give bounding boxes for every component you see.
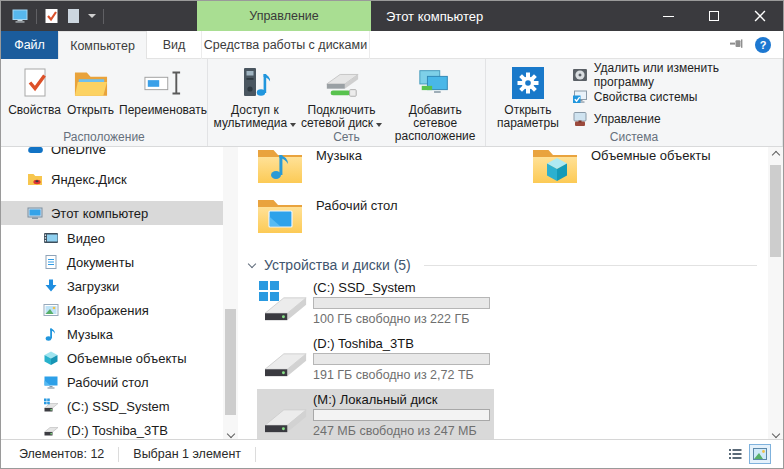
- main-scrollbar[interactable]: [768, 147, 783, 441]
- qat-separator: [36, 9, 37, 24]
- sidebar-item-pictures[interactable]: Изображения: [1, 298, 223, 322]
- maximize-button[interactable]: [691, 1, 737, 31]
- details-view-icon: [729, 448, 742, 460]
- maximize-icon: [709, 11, 719, 21]
- close-button[interactable]: [737, 1, 783, 31]
- sidebar-scrollbar[interactable]: [223, 147, 238, 441]
- rename-button[interactable]: Переименовать: [119, 61, 207, 117]
- properties-button[interactable]: Свойства: [7, 61, 62, 117]
- ribbon-tab-row: Файл Компьютер Вид Средства работы с дис…: [1, 31, 783, 59]
- drive-icon: [43, 422, 59, 438]
- manage-button[interactable]: Управление: [572, 110, 782, 128]
- navigation-list: OneDrive Яндекс.Диск Этот компьютер Виде…: [1, 147, 223, 441]
- drive-free-space: 247 МБ свободно из 247 МБ: [313, 424, 490, 438]
- dropdown-caret-icon: [376, 123, 382, 127]
- map-network-drive-button[interactable]: Подключить сетевой диск: [298, 61, 386, 130]
- sidebar-item-label: OneDrive: [51, 147, 106, 157]
- sidebar-item-desktop[interactable]: Рабочий стол: [1, 370, 223, 394]
- system-properties-button[interactable]: Свойства системы: [572, 88, 782, 106]
- explorer-window: Управление Этот компьютер Файл Компьютер…: [0, 0, 784, 469]
- sidebar-item-documents[interactable]: Документы: [1, 250, 223, 274]
- media-server-icon: [239, 64, 271, 102]
- folder-tile-music[interactable]: Музыка: [256, 147, 362, 185]
- uninstall-program-button[interactable]: Удалить или изменить программу: [572, 66, 782, 84]
- drive-info: (M:) Локальный диск 247 МБ свободно из 2…: [313, 391, 490, 441]
- status-bar: Элементов: 12 Выбран 1 элемент: [1, 439, 783, 468]
- 3d-objects-folder-icon: [531, 147, 579, 185]
- scrollbar-thumb[interactable]: [770, 165, 781, 257]
- items-count: Элементов: 12: [1, 447, 118, 461]
- sidebar-item-label: Яндекс.Диск: [51, 172, 127, 187]
- button-label: Свойства: [8, 104, 61, 117]
- scrollbar-thumb[interactable]: [225, 309, 236, 415]
- folder-tile-3d-objects[interactable]: Объемные объекты: [531, 147, 711, 185]
- system-menu-computer-icon[interactable]: [11, 8, 29, 24]
- large-icons-view-button[interactable]: [749, 444, 771, 464]
- drive-tile-d[interactable]: (D:) Toshiba_3TB 191 ГБ свободно из 2,72…: [257, 333, 494, 386]
- folder-label: Рабочий стол: [316, 195, 398, 235]
- tab-computer[interactable]: Компьютер: [58, 31, 147, 59]
- drive-icon: [259, 396, 307, 440]
- tab-file[interactable]: Файл: [1, 31, 58, 59]
- scroll-up-button[interactable]: [768, 147, 783, 162]
- system-properties-icon: [572, 89, 588, 105]
- windows-logo-icon: [258, 280, 280, 302]
- sidebar-item-onedrive[interactable]: OneDrive: [1, 147, 223, 161]
- desktop-icon: [43, 374, 59, 390]
- yandex-disk-icon: [27, 171, 43, 187]
- open-settings-button[interactable]: Открыть параметры: [492, 61, 564, 130]
- documents-icon: [43, 254, 59, 270]
- qat-properties-button[interactable]: [44, 8, 59, 24]
- drive-info: (C:) SSD_System 100 ГБ свободно из 222 Г…: [313, 279, 490, 330]
- music-note-icon: [43, 326, 59, 342]
- ribbon-group-location: Свойства Открыть Переименовать Расположе…: [1, 59, 208, 146]
- pin-ribbon-button[interactable]: [729, 37, 743, 53]
- button-label: Управление: [594, 112, 661, 126]
- titlebar: Управление Этот компьютер: [1, 1, 783, 31]
- chevron-down-icon: [771, 429, 779, 437]
- sidebar-item-drive-c[interactable]: (C:) SSD_System: [1, 394, 223, 418]
- devices-section-header[interactable]: Устройства и диски (5): [249, 255, 757, 275]
- qat-customize-dropdown[interactable]: [88, 14, 96, 18]
- chevron-down-icon: [226, 429, 234, 437]
- window-controls: [645, 1, 783, 31]
- sidebar-item-label: Видео: [67, 231, 105, 246]
- close-icon: [754, 10, 766, 22]
- sidebar-item-3d-objects[interactable]: Объемные объекты: [1, 346, 223, 370]
- button-label: Удалить или изменить программу: [594, 61, 782, 89]
- button-label: Открыть: [67, 104, 114, 117]
- sidebar-item-drive-d[interactable]: (D:) Toshiba_3TB: [1, 418, 223, 441]
- sidebar-item-downloads[interactable]: Загрузки: [1, 274, 223, 298]
- folder-tile-desktop[interactable]: Рабочий стол: [256, 195, 398, 235]
- group-label-location: Расположение: [1, 130, 207, 144]
- media-access-button[interactable]: Доступ к мультимедиа: [212, 61, 298, 130]
- properties-icon: [20, 64, 50, 102]
- section-collapse-icon[interactable]: [248, 259, 256, 267]
- sidebar-item-yandex-disk[interactable]: Яндекс.Диск: [1, 167, 223, 191]
- contextual-tab-header[interactable]: Управление: [197, 1, 371, 31]
- tab-drive-tools[interactable]: Средства работы с дисками: [201, 31, 370, 59]
- minimize-button[interactable]: [645, 1, 691, 31]
- drive-tile-c[interactable]: (C:) SSD_System 100 ГБ свободно из 222 Г…: [257, 277, 494, 330]
- sidebar-item-label: Рабочий стол: [67, 375, 149, 390]
- pictures-icon: [43, 302, 59, 318]
- sidebar-item-videos[interactable]: Видео: [1, 226, 223, 250]
- sidebar-item-label: (C:) SSD_System: [67, 399, 170, 414]
- button-label: Подключить сетевой диск: [301, 103, 376, 130]
- sidebar-item-music[interactable]: Музыка: [1, 322, 223, 346]
- cube-icon: [43, 350, 59, 366]
- sidebar-item-this-pc[interactable]: Этот компьютер: [1, 201, 223, 225]
- qat-new-folder-button[interactable]: [66, 8, 81, 24]
- drive-usage-bar: [313, 297, 490, 309]
- rename-icon: [144, 64, 182, 102]
- help-button[interactable]: ?: [755, 37, 771, 53]
- group-label-network: Сеть: [208, 130, 485, 144]
- uninstall-icon: [572, 67, 588, 83]
- button-label: Открыть параметры: [492, 104, 564, 130]
- sidebar-item-label: Объемные объекты: [67, 351, 187, 366]
- details-view-button[interactable]: [724, 444, 746, 464]
- open-button[interactable]: Открыть: [62, 61, 119, 117]
- view-toggles: [724, 444, 783, 464]
- drive-tile-m-selected[interactable]: (M:) Локальный диск 247 МБ свободно из 2…: [257, 389, 494, 441]
- tab-view[interactable]: Вид: [147, 31, 201, 59]
